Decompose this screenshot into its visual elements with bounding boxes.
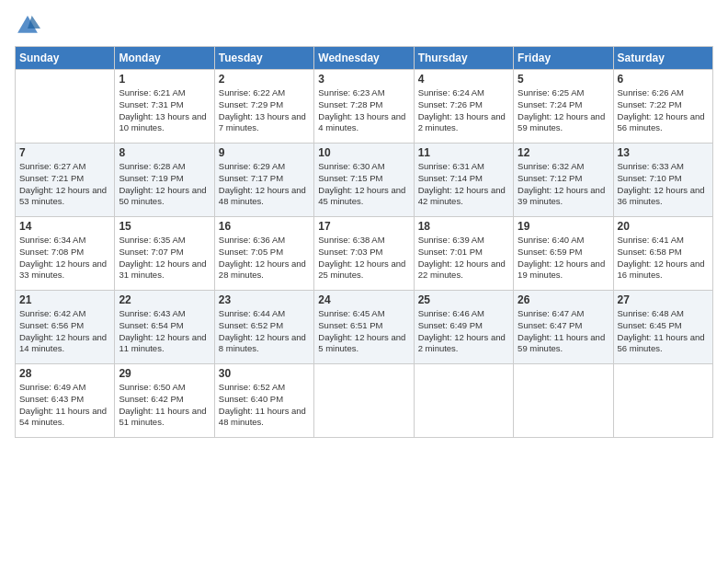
calendar-cell: 17Sunrise: 6:38 AMSunset: 7:03 PMDayligh… bbox=[314, 217, 414, 291]
header bbox=[15, 9, 713, 39]
calendar-cell bbox=[613, 364, 712, 438]
day-info: Sunrise: 6:23 AMSunset: 7:28 PMDaylight:… bbox=[318, 87, 409, 134]
page: SundayMondayTuesdayWednesdayThursdayFrid… bbox=[0, 0, 728, 563]
day-number: 17 bbox=[318, 220, 409, 233]
calendar-week-row: 1Sunrise: 6:21 AMSunset: 7:31 PMDaylight… bbox=[16, 70, 713, 144]
day-number: 28 bbox=[19, 367, 110, 380]
calendar-cell: 12Sunrise: 6:32 AMSunset: 7:12 PMDayligh… bbox=[514, 144, 613, 217]
day-info: Sunrise: 6:25 AMSunset: 7:24 PMDaylight:… bbox=[518, 87, 609, 134]
logo bbox=[15, 13, 42, 39]
calendar-week-row: 7Sunrise: 6:27 AMSunset: 7:21 PMDaylight… bbox=[16, 144, 713, 217]
day-number: 7 bbox=[19, 146, 110, 159]
calendar-cell: 18Sunrise: 6:39 AMSunset: 7:01 PMDayligh… bbox=[414, 217, 513, 291]
day-info: Sunrise: 6:22 AMSunset: 7:29 PMDaylight:… bbox=[219, 87, 310, 134]
day-info: Sunrise: 6:32 AMSunset: 7:12 PMDaylight:… bbox=[518, 161, 609, 208]
calendar-cell: 19Sunrise: 6:40 AMSunset: 6:59 PMDayligh… bbox=[514, 217, 613, 291]
day-number: 1 bbox=[119, 73, 210, 86]
day-info: Sunrise: 6:48 AMSunset: 6:45 PMDaylight:… bbox=[618, 308, 709, 355]
calendar-cell: 20Sunrise: 6:41 AMSunset: 6:58 PMDayligh… bbox=[613, 217, 712, 291]
day-number: 11 bbox=[418, 146, 509, 159]
day-info: Sunrise: 6:36 AMSunset: 7:05 PMDaylight:… bbox=[219, 235, 310, 282]
weekday-header-sunday: Sunday bbox=[16, 47, 115, 70]
calendar-week-row: 28Sunrise: 6:49 AMSunset: 6:43 PMDayligh… bbox=[16, 364, 713, 438]
calendar-cell bbox=[414, 364, 513, 438]
calendar-cell: 25Sunrise: 6:46 AMSunset: 6:49 PMDayligh… bbox=[414, 291, 513, 364]
weekday-header-saturday: Saturday bbox=[613, 47, 712, 70]
calendar-table: SundayMondayTuesdayWednesdayThursdayFrid… bbox=[15, 46, 713, 438]
day-number: 12 bbox=[518, 146, 609, 159]
calendar-cell: 27Sunrise: 6:48 AMSunset: 6:45 PMDayligh… bbox=[613, 291, 712, 364]
day-info: Sunrise: 6:35 AMSunset: 7:07 PMDaylight:… bbox=[119, 235, 210, 282]
day-number: 13 bbox=[618, 146, 709, 159]
day-number: 3 bbox=[318, 73, 409, 86]
day-number: 22 bbox=[119, 293, 210, 306]
day-number: 10 bbox=[318, 146, 409, 159]
day-number: 16 bbox=[219, 220, 310, 233]
day-number: 21 bbox=[19, 293, 110, 306]
calendar-cell: 16Sunrise: 6:36 AMSunset: 7:05 PMDayligh… bbox=[214, 217, 313, 291]
day-info: Sunrise: 6:33 AMSunset: 7:10 PMDaylight:… bbox=[618, 161, 709, 208]
weekday-header-thursday: Thursday bbox=[414, 47, 513, 70]
calendar-cell: 28Sunrise: 6:49 AMSunset: 6:43 PMDayligh… bbox=[16, 364, 115, 438]
day-number: 4 bbox=[418, 73, 509, 86]
day-number: 6 bbox=[618, 73, 709, 86]
day-info: Sunrise: 6:41 AMSunset: 6:58 PMDaylight:… bbox=[618, 235, 709, 282]
calendar-cell: 24Sunrise: 6:45 AMSunset: 6:51 PMDayligh… bbox=[314, 291, 414, 364]
day-info: Sunrise: 6:28 AMSunset: 7:19 PMDaylight:… bbox=[119, 161, 210, 208]
calendar-cell: 5Sunrise: 6:25 AMSunset: 7:24 PMDaylight… bbox=[514, 70, 613, 144]
calendar-cell: 21Sunrise: 6:42 AMSunset: 6:56 PMDayligh… bbox=[16, 291, 115, 364]
day-number: 27 bbox=[618, 293, 709, 306]
day-number: 18 bbox=[418, 220, 509, 233]
day-number: 19 bbox=[518, 220, 609, 233]
calendar-cell: 7Sunrise: 6:27 AMSunset: 7:21 PMDaylight… bbox=[16, 144, 115, 217]
day-info: Sunrise: 6:30 AMSunset: 7:15 PMDaylight:… bbox=[318, 161, 409, 208]
calendar-cell: 14Sunrise: 6:34 AMSunset: 7:08 PMDayligh… bbox=[16, 217, 115, 291]
weekday-header-monday: Monday bbox=[115, 47, 214, 70]
day-info: Sunrise: 6:21 AMSunset: 7:31 PMDaylight:… bbox=[119, 87, 210, 134]
calendar-cell: 9Sunrise: 6:29 AMSunset: 7:17 PMDaylight… bbox=[214, 144, 313, 217]
calendar-cell: 22Sunrise: 6:43 AMSunset: 6:54 PMDayligh… bbox=[115, 291, 214, 364]
day-info: Sunrise: 6:38 AMSunset: 7:03 PMDaylight:… bbox=[318, 235, 409, 282]
day-number: 5 bbox=[518, 73, 609, 86]
calendar-cell: 26Sunrise: 6:47 AMSunset: 6:47 PMDayligh… bbox=[514, 291, 613, 364]
day-info: Sunrise: 6:27 AMSunset: 7:21 PMDaylight:… bbox=[19, 161, 110, 208]
day-info: Sunrise: 6:47 AMSunset: 6:47 PMDaylight:… bbox=[518, 308, 609, 355]
day-number: 23 bbox=[219, 293, 310, 306]
logo-icon bbox=[15, 13, 40, 39]
calendar-cell bbox=[16, 70, 115, 144]
day-info: Sunrise: 6:39 AMSunset: 7:01 PMDaylight:… bbox=[418, 235, 509, 282]
day-number: 24 bbox=[318, 293, 409, 306]
day-info: Sunrise: 6:40 AMSunset: 6:59 PMDaylight:… bbox=[518, 235, 609, 282]
day-number: 8 bbox=[119, 146, 210, 159]
day-info: Sunrise: 6:31 AMSunset: 7:14 PMDaylight:… bbox=[418, 161, 509, 208]
day-info: Sunrise: 6:52 AMSunset: 6:40 PMDaylight:… bbox=[219, 382, 310, 429]
calendar-cell: 23Sunrise: 6:44 AMSunset: 6:52 PMDayligh… bbox=[214, 291, 313, 364]
calendar-cell: 15Sunrise: 6:35 AMSunset: 7:07 PMDayligh… bbox=[115, 217, 214, 291]
calendar-week-row: 14Sunrise: 6:34 AMSunset: 7:08 PMDayligh… bbox=[16, 217, 713, 291]
weekday-header-wednesday: Wednesday bbox=[314, 47, 414, 70]
day-info: Sunrise: 6:44 AMSunset: 6:52 PMDaylight:… bbox=[219, 308, 310, 355]
calendar-cell bbox=[514, 364, 613, 438]
day-number: 20 bbox=[618, 220, 709, 233]
weekday-header-tuesday: Tuesday bbox=[214, 47, 313, 70]
day-number: 15 bbox=[119, 220, 210, 233]
calendar-cell: 1Sunrise: 6:21 AMSunset: 7:31 PMDaylight… bbox=[115, 70, 214, 144]
day-info: Sunrise: 6:46 AMSunset: 6:49 PMDaylight:… bbox=[418, 308, 509, 355]
day-info: Sunrise: 6:42 AMSunset: 6:56 PMDaylight:… bbox=[19, 308, 110, 355]
calendar-cell: 8Sunrise: 6:28 AMSunset: 7:19 PMDaylight… bbox=[115, 144, 214, 217]
weekday-header-friday: Friday bbox=[514, 47, 613, 70]
day-info: Sunrise: 6:29 AMSunset: 7:17 PMDaylight:… bbox=[219, 161, 310, 208]
day-number: 26 bbox=[518, 293, 609, 306]
day-info: Sunrise: 6:34 AMSunset: 7:08 PMDaylight:… bbox=[19, 235, 110, 282]
day-info: Sunrise: 6:49 AMSunset: 6:43 PMDaylight:… bbox=[19, 382, 110, 429]
calendar-cell: 10Sunrise: 6:30 AMSunset: 7:15 PMDayligh… bbox=[314, 144, 414, 217]
day-number: 2 bbox=[219, 73, 310, 86]
calendar-cell: 2Sunrise: 6:22 AMSunset: 7:29 PMDaylight… bbox=[214, 70, 313, 144]
day-number: 14 bbox=[19, 220, 110, 233]
day-number: 25 bbox=[418, 293, 509, 306]
calendar-cell: 30Sunrise: 6:52 AMSunset: 6:40 PMDayligh… bbox=[214, 364, 313, 438]
day-number: 30 bbox=[219, 367, 310, 380]
calendar-week-row: 21Sunrise: 6:42 AMSunset: 6:56 PMDayligh… bbox=[16, 291, 713, 364]
calendar-cell: 6Sunrise: 6:26 AMSunset: 7:22 PMDaylight… bbox=[613, 70, 712, 144]
day-number: 9 bbox=[219, 146, 310, 159]
